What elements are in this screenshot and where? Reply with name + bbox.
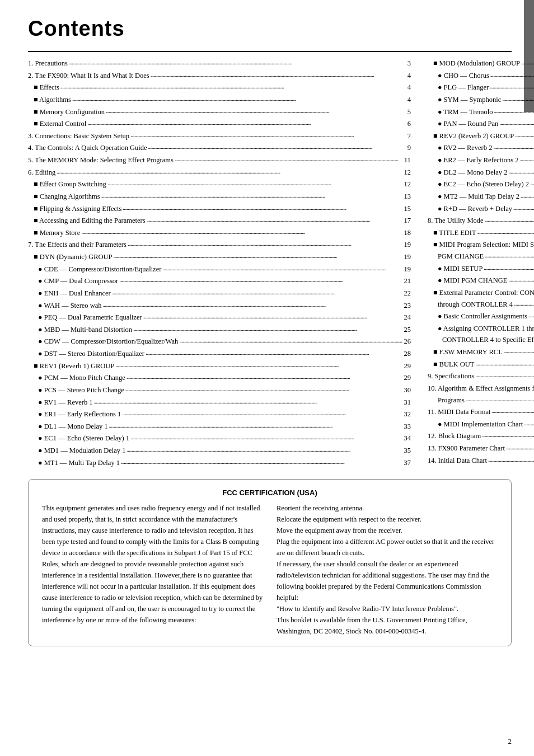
toc-entry: ● MIDI Implementation Chart165 [428, 419, 534, 431]
toc-entry-label: 3. Connections: Basic System Setup [28, 130, 129, 142]
toc-entry-page: 11 [404, 154, 411, 166]
toc-entry-label: ● RV2 — Reverb 2 [438, 142, 493, 154]
toc-entry: ■ Algorithms4 [28, 94, 411, 106]
toc-entry-label: ● SYM — Symphonic [438, 94, 501, 106]
toc-entry: ● CDW — Compressor/Distortion/Equalizer/… [28, 336, 411, 348]
toc-entry-page: 35 [404, 445, 411, 457]
toc-entry-label: ■ TITLE EDIT [433, 227, 476, 239]
toc-entry-dots [151, 69, 406, 81]
toc-entry-label: ● ER2 — Early Refections 2 [438, 154, 519, 166]
toc-entry-dots [57, 166, 402, 178]
toc-entry-label: ● MIDI PGM CHANGE [438, 275, 508, 287]
toc-entry-dots [81, 226, 402, 238]
toc-entry: ● R+D — Reverb + Delay41 [428, 203, 534, 215]
toc-entry-page: 19 [404, 251, 411, 263]
toc-entry-dots [115, 359, 402, 372]
fcc-certification-box: FCC CERTIFICATION (USA) This equipment g… [28, 479, 512, 646]
toc-entry-dots [123, 202, 402, 214]
toc-entry-page: 37 [404, 457, 411, 469]
toc-entry-label: 10. Algorithm & Effect Assignments for t… [428, 383, 534, 395]
toc-entry: 11. MIDI Data Format160 [428, 406, 534, 419]
toc-entry-page: 4 [407, 82, 411, 93]
toc-entry-dots [475, 358, 534, 370]
toc-entry-label: ■ DYN (Dynamic) GROUP [34, 251, 113, 263]
toc-entry: ● EC2 — Echo (Stereo Delay) 241 [428, 179, 534, 191]
toc-entry-label: ■ Accessing and Editing the Parameters [34, 215, 146, 227]
toc-entry: ● ER2 — Early Refections 241 [428, 154, 534, 167]
toc-entry-page: 32 [404, 408, 411, 420]
toc-entry: PGM CHANGE43 [428, 251, 534, 263]
toc-entry: ● MBD — Multi-band Distortion25 [28, 324, 411, 336]
toc-entry: ● MD1 — Modulation Delay 135 [28, 445, 411, 457]
toc-entry-label: ● MBD — Multi-band Distortion [38, 324, 132, 336]
toc-entry: 6. Editing12 [28, 167, 411, 179]
fcc-title: FCC CERTIFICATION (USA) [42, 489, 498, 497]
toc-entry-page: 13 [404, 191, 411, 203]
toc-entry-dots [72, 93, 406, 105]
toc-entry: 12. Block Diagram166 [428, 430, 534, 443]
toc-entry: ■ External Parameter Control: CONTROLLER… [428, 287, 534, 299]
toc-entry-dots [94, 396, 403, 408]
toc-entry-dots [148, 141, 406, 153]
top-divider [28, 51, 512, 52]
toc-entry-label: 2. The FX900: What It Is and What It Doe… [28, 70, 149, 82]
toc-entry: ■ External Control6 [28, 118, 411, 130]
toc-entry-label: ■ BULK OUT [433, 359, 475, 370]
toc-entry-label: 9. Specifications [428, 370, 474, 382]
toc-entry-label: ■ F.SW MEMORY RCL [433, 346, 503, 358]
toc-entry: ■ BULK OUT49 [428, 359, 534, 371]
toc-entry: ● FLG — Flanger38 [428, 82, 534, 94]
toc-entry: ● ER1 — Early Reflections 132 [28, 408, 411, 421]
toc-entry: ■ DYN (Dynamic) GROUP19 [28, 251, 411, 264]
toc-entry-label: ● MIDI Implementation Chart [438, 419, 523, 430]
toc-entry-page: 24 [404, 312, 411, 323]
toc-entry: ■ REV2 (Reverb 2) GROUP41 [428, 130, 534, 143]
toc-entry-dots [514, 298, 534, 310]
toc-entry-dots [103, 299, 403, 311]
toc-entry-label: ● PAN — Round Pan [438, 118, 499, 130]
toc-entry-label: 12. Block Diagram [428, 430, 481, 442]
toc-entry: ■ Accessing and Editing the Parameters17 [28, 215, 411, 227]
toc-entry-label: 1. Precautions [28, 58, 68, 69]
toc-entry-label: ■ Flipping & Assigning Effects [34, 203, 121, 215]
toc-entry-label: 11. MIDI Data Format [428, 406, 491, 418]
page-number: 2 [508, 737, 512, 746]
toc-entry: 8. The Utility Mode42 [428, 215, 534, 227]
toc-entry: ● EC1 — Echo (Stereo Delay) 134 [28, 433, 411, 445]
toc-entry-dots [520, 153, 534, 166]
toc-entry: 1. Precautions3 [28, 58, 411, 70]
toc-entry: ● PEQ — Dual Parametric Equalizer24 [28, 312, 411, 324]
toc-entry-dots [490, 69, 534, 81]
toc-entry-page: 5 [407, 106, 411, 118]
toc-entry-dots [146, 347, 402, 359]
toc-entry: ■ Memory Store18 [28, 227, 411, 240]
toc-entry: ● MT1 — Multi Tap Delay 137 [28, 457, 411, 469]
toc-container: 1. Precautions32. The FX900: What It Is … [28, 58, 512, 469]
toc-entry-label: ● DL1 — Mono Delay 1 [38, 421, 108, 433]
toc-entry-label: ● PEQ — Dual Parametric Equalizer [38, 312, 142, 323]
toc-entry: ● MIDI SETUP43 [428, 263, 534, 275]
toc-entry: 5. The MEMORY Mode: Selecting Effect Pro… [28, 154, 411, 167]
toc-entry-dots [508, 166, 534, 178]
toc-entry-label: ● MD1 — Modulation Delay 1 [38, 445, 126, 457]
toc-entry-page: 6 [407, 118, 411, 130]
toc-entry-dots [122, 407, 402, 420]
toc-entry-label: ■ MOD (Modulation) GROUP [433, 58, 520, 69]
toc-entry-dots [119, 274, 402, 287]
toc-entry-label: ■ External Parameter Control: CONTROLLER… [433, 287, 534, 299]
toc-entry-label: ■ REV2 (Reverb 2) GROUP [433, 130, 514, 142]
toc-entry-dots [477, 226, 534, 238]
toc-entry-page: 19 [404, 264, 411, 275]
toc-entry-label: ● MT1 — Multi Tap Delay 1 [38, 457, 120, 469]
toc-entry-page: 15 [404, 203, 411, 215]
toc-entry: 2. The FX900: What It Is and What It Doe… [28, 70, 411, 82]
toc-entry-page: 29 [404, 372, 411, 384]
toc-entry-dots [109, 420, 403, 432]
toc-entry-label: CONTROLLER 4 to Specific Effects [442, 334, 534, 346]
toc-entry-page: 28 [404, 348, 411, 360]
toc-entry-page: 31 [404, 397, 411, 408]
toc-entry-label: ● DST — Stereo Distortion/Equalizer [38, 348, 144, 360]
toc-entry-dots [112, 287, 403, 299]
toc-entry-dots [87, 117, 406, 129]
toc-entry: 13. FX900 Parameter Chart167 [428, 443, 534, 455]
